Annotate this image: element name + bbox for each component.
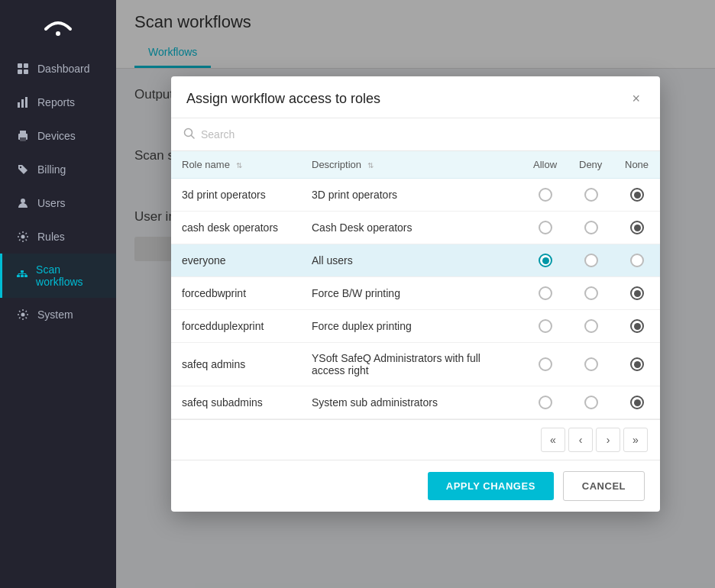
grid-icon — [16, 62, 30, 76]
sidebar-item-users[interactable]: Users — [0, 186, 116, 220]
cell-role-name: forcedbwprint — [171, 277, 301, 310]
sidebar-item-system[interactable]: System — [0, 298, 116, 331]
cell-deny[interactable] — [568, 343, 614, 386]
cell-role-name: everyone — [171, 244, 301, 277]
sidebar-item-devices[interactable]: Devices — [0, 119, 116, 153]
radio-none[interactable] — [630, 254, 644, 267]
pagination-prev-button[interactable]: ‹ — [568, 428, 593, 452]
cell-none[interactable] — [614, 179, 660, 212]
printer-icon — [16, 129, 30, 143]
svg-point-14 — [21, 235, 25, 239]
cell-description: YSoft SafeQ Administrators with full acc… — [301, 343, 522, 386]
sort-icon-desc: ⇅ — [367, 161, 374, 170]
cell-deny[interactable] — [568, 212, 614, 244]
svg-rect-18 — [24, 275, 28, 277]
dialog-close-button[interactable]: × — [627, 90, 645, 107]
cancel-button[interactable]: CANCEL — [563, 471, 645, 501]
col-header-none: None — [614, 151, 660, 179]
person-icon — [16, 196, 30, 210]
assign-workflow-dialog: Assign workflow access to roles × — [171, 76, 660, 512]
radio-allow[interactable] — [539, 254, 552, 267]
cell-none[interactable] — [614, 212, 660, 244]
cell-allow[interactable] — [522, 179, 568, 212]
sidebar-item-label: Scan workflows — [36, 263, 102, 288]
cell-allow[interactable] — [522, 212, 568, 244]
pagination: « ‹ › » — [171, 419, 660, 460]
cell-allow[interactable] — [522, 310, 568, 343]
radio-none[interactable] — [630, 221, 644, 234]
pagination-next-button[interactable]: › — [596, 428, 620, 452]
cell-deny[interactable] — [568, 386, 614, 419]
sidebar-item-dashboard[interactable]: Dashboard — [0, 52, 116, 86]
table-row: safeq admins YSoft SafeQ Administrators … — [171, 343, 660, 386]
svg-rect-6 — [21, 99, 24, 108]
radio-deny[interactable] — [584, 286, 598, 300]
cell-allow[interactable] — [522, 277, 568, 310]
cell-deny[interactable] — [568, 244, 614, 277]
sidebar-item-label: Users — [37, 197, 66, 209]
table-header-row: Role name ⇅ Description ⇅ Allow — [171, 151, 660, 179]
radio-deny[interactable] — [584, 254, 598, 267]
sidebar-item-label: System — [37, 309, 73, 321]
col-header-allow: Allow — [522, 151, 568, 179]
cell-deny[interactable] — [568, 277, 614, 310]
svg-point-13 — [21, 199, 25, 203]
cell-none[interactable] — [614, 310, 660, 343]
pagination-first-button[interactable]: « — [541, 428, 565, 452]
tag-icon — [16, 163, 30, 176]
radio-deny[interactable] — [584, 188, 598, 202]
cell-deny[interactable] — [568, 179, 614, 212]
radio-none[interactable] — [630, 286, 644, 300]
radio-none[interactable] — [630, 396, 644, 409]
radio-allow[interactable] — [539, 396, 552, 409]
dialog-title: Assign workflow access to roles — [186, 91, 380, 107]
sidebar-item-billing[interactable]: Billing — [0, 153, 116, 186]
main-content: Scan workflows Workflows Output Scan set… — [116, 0, 715, 588]
cell-allow[interactable] — [522, 244, 568, 277]
radio-none[interactable] — [630, 319, 644, 333]
sidebar-item-scan-workflows[interactable]: Scan workflows — [0, 254, 116, 298]
cell-none[interactable] — [614, 244, 660, 277]
cell-description: 3D print operators — [301, 179, 522, 212]
cell-allow[interactable] — [522, 386, 568, 419]
search-input[interactable] — [201, 128, 648, 141]
table-row: 3d print operators 3D print operators — [171, 179, 660, 212]
radio-allow[interactable] — [539, 286, 552, 300]
svg-rect-9 — [20, 131, 26, 134]
col-header-description[interactable]: Description ⇅ — [301, 151, 522, 179]
radio-allow[interactable] — [539, 357, 552, 371]
radio-deny[interactable] — [584, 221, 598, 234]
radio-deny[interactable] — [584, 319, 598, 333]
cell-description: Force duplex printing — [301, 310, 522, 343]
sidebar-item-rules[interactable]: Rules — [0, 220, 116, 254]
sidebar: Dashboard Reports Devices Billing Users — [0, 0, 116, 588]
radio-allow[interactable] — [539, 188, 552, 202]
radio-none[interactable] — [630, 188, 644, 202]
svg-rect-4 — [24, 69, 28, 74]
cell-deny[interactable] — [568, 310, 614, 343]
svg-rect-2 — [24, 63, 28, 68]
radio-allow[interactable] — [539, 319, 552, 333]
cell-none[interactable] — [614, 343, 660, 386]
cell-description: Cash Desk operators — [301, 212, 522, 244]
apply-changes-button[interactable]: APPLY CHANGES — [428, 472, 554, 500]
radio-deny[interactable] — [584, 357, 598, 371]
cell-allow[interactable] — [522, 343, 568, 386]
col-header-role-name[interactable]: Role name ⇅ — [171, 151, 301, 179]
radio-deny[interactable] — [584, 396, 598, 409]
pagination-last-button[interactable]: » — [623, 428, 648, 452]
app-logo-icon — [40, 14, 76, 38]
cell-none[interactable] — [614, 277, 660, 310]
cell-description: All users — [301, 244, 522, 277]
sidebar-item-reports[interactable]: Reports — [0, 86, 116, 119]
cell-role-name: safeq subadmins — [171, 386, 301, 419]
sidebar-item-label: Devices — [37, 130, 76, 142]
cell-none[interactable] — [614, 386, 660, 419]
radio-allow[interactable] — [539, 221, 552, 234]
svg-point-0 — [56, 31, 60, 36]
sort-icon-role: ⇅ — [236, 161, 242, 170]
svg-rect-3 — [18, 69, 22, 74]
svg-rect-15 — [21, 270, 24, 273]
radio-none[interactable] — [630, 357, 644, 371]
table-row: forcedduplexprint Force duplex printing — [171, 310, 660, 343]
